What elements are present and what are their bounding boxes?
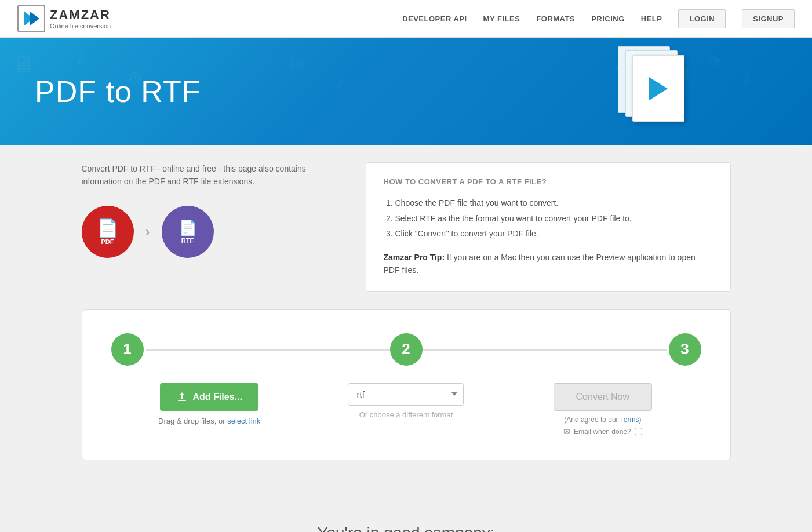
pdf-label: PDF (101, 238, 114, 245)
steps-row: 1 2 3 (111, 333, 701, 366)
select-link[interactable]: select link (227, 417, 260, 425)
hero-banner: 🖥 ♪ ⚙ ✉ ♪ ♪ 📁 ⟳ ♪ PDF to RTF (0, 38, 812, 145)
logo-link[interactable]: ZAMZAR Online file conversion (17, 5, 111, 32)
info-box: HOW TO CONVERT A PDF TO A RTF FILE? Choo… (366, 162, 731, 292)
info-box-title: HOW TO CONVERT A PDF TO A RTF FILE? (384, 177, 713, 186)
choose-format-text: Or choose a different format (359, 410, 453, 419)
upload-icon (176, 391, 188, 403)
rtf-format-icon: 📄 RTF (162, 206, 214, 258)
svg-marker-1 (30, 12, 39, 25)
pro-tip-label: Zamzar Pro Tip: (384, 253, 445, 262)
info-step-1: Choose the PDF file that you want to con… (395, 195, 713, 211)
email-row: ✉ Email when done? (563, 427, 642, 436)
step-circle-3: 3 (669, 333, 701, 366)
nav-link-my-files[interactable]: MY FILES (483, 14, 520, 23)
drag-drop-prefix: Drag & drop files, or (158, 417, 227, 425)
conversion-row: Convert PDF to RTF - online and free - t… (82, 162, 731, 292)
svg-text:✉: ✉ (290, 55, 303, 73)
step1-col: Add Files... Drag & drop files, or selec… (111, 383, 308, 425)
svg-text:🖥: 🖥 (12, 52, 35, 77)
right-section: HOW TO CONVERT A PDF TO A RTF FILE? Choo… (366, 162, 731, 292)
navbar: ZAMZAR Online file conversion DEVELOPER … (0, 0, 812, 38)
nav-link-developer-api[interactable]: DEVELOPER API (402, 14, 467, 23)
steps-inner: 1 2 3 (111, 333, 701, 366)
nav-link-formats[interactable]: FORMATS (536, 14, 575, 23)
step-circle-2: 2 (390, 333, 423, 366)
controls-row: Add Files... Drag & drop files, or selec… (111, 383, 701, 436)
svg-text:♪: ♪ (742, 68, 751, 88)
left-section: Convert PDF to RTF - online and free - t… (82, 162, 343, 258)
main-content: Convert PDF to RTF - online and free - t… (59, 145, 754, 501)
nav-link-pricing[interactable]: PRICING (591, 14, 625, 23)
add-files-label: Add Files... (192, 392, 242, 402)
login-button[interactable]: LOGIN (678, 9, 726, 28)
logo-text: ZAMZAR Online file conversion (50, 8, 111, 30)
terms-link[interactable]: Terms (620, 416, 639, 424)
format-select[interactable]: rtf pdf doc docx txt (348, 383, 464, 406)
logo-tagline: Online file conversion (50, 23, 111, 30)
info-step-2: Select RTF as the the format you want to… (395, 211, 713, 227)
email-when-done-checkbox[interactable] (635, 428, 642, 435)
svg-text:⟳: ⟳ (707, 52, 720, 70)
convert-now-button[interactable]: Convert Now (554, 383, 652, 411)
info-step-3: Click "Convert" to convert your PDF file… (395, 226, 713, 242)
add-files-button[interactable]: Add Files... (160, 383, 258, 411)
pdf-format-icon: 📄 PDF (82, 206, 134, 258)
email-icon: ✉ (563, 427, 570, 436)
rtf-label: RTF (181, 237, 194, 244)
format-icons: 📄 PDF › 📄 RTF (82, 206, 343, 258)
nav-links: DEVELOPER API MY FILES FORMATS PRICING H… (402, 9, 795, 28)
agree-suffix: ) (639, 416, 641, 424)
bottom-tagline: You're in good company: (12, 524, 800, 532)
hero-file-preview (615, 43, 708, 125)
svg-text:♪: ♪ (336, 70, 345, 91)
drag-drop-text: Drag & drop files, or select link (158, 417, 260, 425)
hero-title: PDF to RTF (35, 74, 201, 109)
step3-col: Convert Now (And agree to our Terms) ✉ E… (504, 383, 701, 436)
pro-tip: Zamzar Pro Tip: If you are on a Mac then… (384, 251, 713, 277)
description-text: Convert PDF to RTF - online and free - t… (82, 162, 343, 188)
nav-link-help[interactable]: HELP (641, 14, 662, 23)
agree-text: (And agree to our Terms) (564, 416, 641, 424)
converter-box: 1 2 3 Add Files... (82, 309, 731, 460)
info-box-steps: Choose the PDF file that you want to con… (384, 195, 713, 242)
signup-button[interactable]: SIGNUP (742, 9, 795, 28)
bottom-section: You're in good company: Zamzar has conve… (0, 501, 812, 532)
svg-text:♪: ♪ (75, 45, 86, 68)
logo-name: ZAMZAR (50, 8, 111, 23)
step2-col: rtf pdf doc docx txt Or choose a differe… (308, 383, 504, 419)
email-when-done-label: Email when done? (574, 428, 631, 436)
svg-rect-11 (178, 400, 186, 401)
agree-prefix: (And agree to our (564, 416, 620, 424)
conversion-arrow: › (145, 224, 150, 240)
logo-icon (17, 5, 45, 32)
step-circle-1: 1 (111, 333, 144, 366)
